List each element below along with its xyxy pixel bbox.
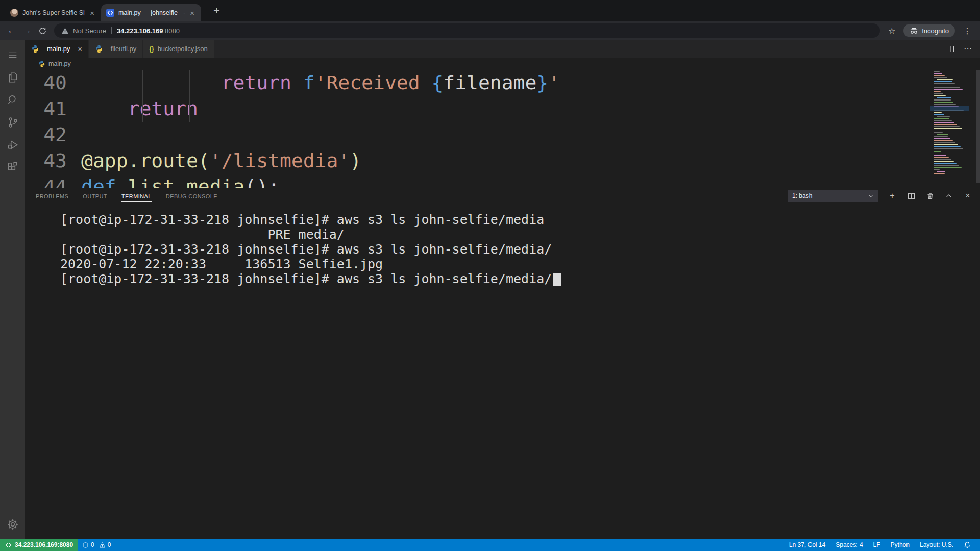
breadcrumb[interactable]: main.py <box>25 58 980 70</box>
browser-tab-code-server[interactable]: main.py — johnselfie — Code - × <box>101 4 201 21</box>
settings-gear-button[interactable] <box>0 513 25 536</box>
bookmark-star-icon[interactable]: ☆ <box>884 26 899 36</box>
minimap-bar <box>934 104 956 105</box>
sidebar-item-explorer[interactable] <box>0 66 25 89</box>
panel-tab-output[interactable]: OUTPUT <box>82 191 108 202</box>
status-bar-right: Ln 37, Col 14 Spaces: 4 LF Python Layout… <box>784 539 980 551</box>
remote-host-label: 34.223.106.169:8080 <box>15 541 73 548</box>
minimap-bar <box>934 126 960 127</box>
remote-indicator[interactable]: 34.223.106.169:8080 <box>0 539 78 551</box>
gear-icon <box>6 518 19 531</box>
minimap-bar <box>934 71 940 72</box>
language-mode[interactable]: Python <box>886 539 915 551</box>
code-line: 43@app.route('/listmedia') <box>25 148 980 174</box>
minimap-bar <box>934 148 963 149</box>
new-tab-button[interactable]: + <box>209 4 224 17</box>
minimap-bar <box>934 151 941 152</box>
back-button[interactable]: ← <box>4 23 19 38</box>
python-file-icon <box>95 45 103 53</box>
sidebar-item-run-debug[interactable] <box>0 134 25 156</box>
keyboard-layout[interactable]: Layout: U.S. <box>915 539 959 551</box>
minimap-bar <box>934 114 944 115</box>
error-count: 0 <box>91 541 94 548</box>
editor-tab-label: main.py <box>47 45 70 53</box>
panel-tab-problems[interactable]: PROBLEMS <box>35 191 69 202</box>
code-server-favicon-icon <box>106 9 114 17</box>
new-terminal-button[interactable]: + <box>887 191 897 201</box>
cursor-position[interactable]: Ln 37, Col 14 <box>784 539 830 551</box>
close-icon[interactable]: × <box>78 45 82 53</box>
tab-truncation-dash: - <box>183 9 185 16</box>
panel-header: PROBLEMS OUTPUT TERMINAL DEBUG CONSOLE 1… <box>25 188 980 204</box>
chevron-up-icon <box>945 192 952 199</box>
minimap-bar <box>937 134 948 135</box>
security-label[interactable]: Not Secure <box>73 27 106 35</box>
code-text: @app.route('/listmedia') <box>81 148 361 174</box>
breadcrumb-item[interactable]: main.py <box>48 60 71 67</box>
editor-tabs-row: main.py × fileutil.py {} bucketpolicy.js… <box>25 40 980 58</box>
terminal-line: 2020-07-12 22:20:33 136513 Selfie1.jpg <box>60 257 980 271</box>
editor-tab-bucketpolicy-json[interactable]: {} bucketpolicy.json <box>143 40 214 58</box>
run-debug-icon <box>6 138 19 152</box>
warning-count: 0 <box>108 541 111 548</box>
close-icon[interactable]: × <box>88 9 96 17</box>
split-editor-icon[interactable] <box>946 45 954 53</box>
minimap-bar <box>934 140 953 141</box>
vscode-window: main.py × fileutil.py {} bucketpolicy.js… <box>0 40 980 539</box>
application-menu-button[interactable] <box>0 44 25 66</box>
split-terminal-button[interactable] <box>906 191 916 201</box>
line-number: 40 <box>25 70 81 96</box>
chevron-down-icon <box>868 193 874 199</box>
close-icon[interactable]: × <box>188 9 196 17</box>
search-icon <box>6 93 19 107</box>
editor-tab-main-py[interactable]: main.py × <box>25 40 89 58</box>
editor-tab-fileutil-py[interactable]: fileutil.py <box>89 40 143 58</box>
address-port[interactable]: :8080 <box>163 27 180 35</box>
address-host[interactable]: 34.223.106.169 <box>117 27 163 35</box>
editor-group: main.py × fileutil.py {} bucketpolicy.js… <box>25 40 980 539</box>
minimap-bar <box>934 146 961 147</box>
minimap-bar <box>934 159 951 160</box>
problems-status[interactable]: 0 0 <box>78 539 115 551</box>
maximize-panel-button[interactable] <box>944 191 954 201</box>
line-number: 42 <box>25 122 81 148</box>
extensions-icon <box>6 161 19 174</box>
editor-actions: ⋯ <box>946 40 980 58</box>
eol-setting[interactable]: LF <box>868 539 886 551</box>
files-icon <box>6 71 19 84</box>
browser-tab-selfie-site[interactable]: John's Super Selfie Site × <box>5 4 101 21</box>
terminal-shell-select[interactable]: 1: bash <box>788 190 878 202</box>
minimap[interactable] <box>933 71 966 177</box>
code-lines: 40 return f'Received {filename}'41 retur… <box>25 70 980 188</box>
remote-connection-icon <box>5 542 12 548</box>
line-number: 43 <box>25 148 81 174</box>
omnibox-divider <box>111 27 112 34</box>
sidebar-item-source-control[interactable] <box>0 111 25 134</box>
panel-tab-terminal[interactable]: TERMINAL <box>121 191 152 202</box>
code-text: return f'Received {filename}' <box>81 70 560 96</box>
more-actions-icon[interactable]: ⋯ <box>964 44 972 54</box>
reload-button[interactable] <box>35 23 50 38</box>
terminal[interactable]: [root@ip-172-31-33-218 johnselfie]# aws … <box>25 204 980 539</box>
minimap-bar <box>934 81 952 82</box>
address-bar[interactable]: Not Secure 34.223.106.169 :8080 <box>54 23 880 38</box>
sidebar-item-extensions[interactable] <box>0 156 25 179</box>
sidebar-item-search[interactable] <box>0 89 25 111</box>
panel-tab-debug-console[interactable]: DEBUG CONSOLE <box>165 191 218 202</box>
minimap-bar <box>934 89 963 90</box>
screen: John's Super Selfie Site × main.py — joh… <box>0 0 980 551</box>
incognito-icon <box>910 27 918 34</box>
terminal-output: [root@ip-172-31-33-218 johnselfie]# aws … <box>60 212 980 286</box>
close-panel-button[interactable]: × <box>963 191 973 201</box>
kill-terminal-button[interactable] <box>925 191 935 201</box>
browser-menu-button[interactable]: ⋮ <box>959 26 976 36</box>
minimap-bar <box>934 157 949 158</box>
code-text: def list_media(): <box>81 174 280 188</box>
indentation-setting[interactable]: Spaces: 4 <box>830 539 868 551</box>
editor-scrollbar[interactable] <box>976 70 980 183</box>
notifications-button[interactable] <box>959 539 976 551</box>
minimap-bar <box>934 138 950 139</box>
code-editor[interactable]: 40 return f'Received {filename}'41 retur… <box>25 70 980 188</box>
browser-tab-title: main.py — johnselfie — Code <box>118 9 181 16</box>
forward-button[interactable]: → <box>19 23 35 38</box>
